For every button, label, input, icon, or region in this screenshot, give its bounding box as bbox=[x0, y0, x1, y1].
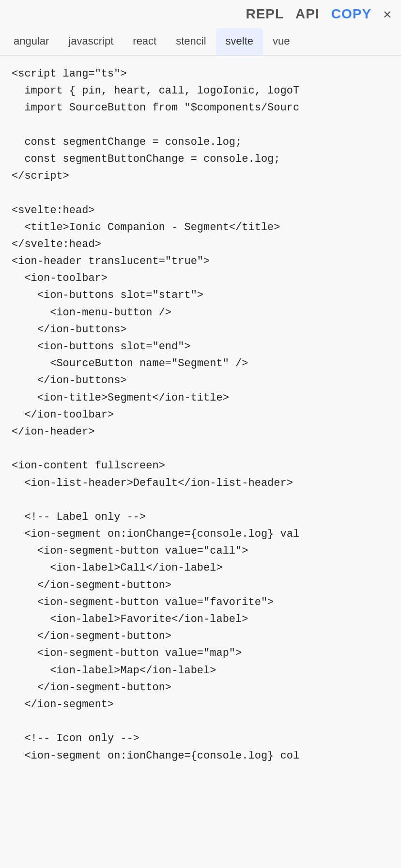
repl-nav-item[interactable]: REPL bbox=[246, 6, 284, 22]
tab-stencil[interactable]: stencil bbox=[166, 28, 216, 55]
close-icon[interactable]: ✕ bbox=[383, 6, 391, 22]
tab-javascript[interactable]: javascript bbox=[59, 28, 123, 55]
copy-nav-item[interactable]: COPY bbox=[331, 6, 371, 22]
tab-react[interactable]: react bbox=[123, 28, 166, 55]
tab-angular[interactable]: angular bbox=[4, 28, 59, 55]
top-nav: REPL API COPY ✕ bbox=[0, 0, 401, 28]
tab-bar: angular javascript react stencil svelte … bbox=[0, 28, 401, 56]
tab-vue[interactable]: vue bbox=[263, 28, 299, 55]
code-area: <script lang="ts"> import { pin, heart, … bbox=[0, 56, 401, 831]
api-nav-item[interactable]: API bbox=[295, 6, 320, 22]
code-content: <script lang="ts"> import { pin, heart, … bbox=[12, 65, 389, 764]
tab-svelte[interactable]: svelte bbox=[216, 28, 263, 55]
